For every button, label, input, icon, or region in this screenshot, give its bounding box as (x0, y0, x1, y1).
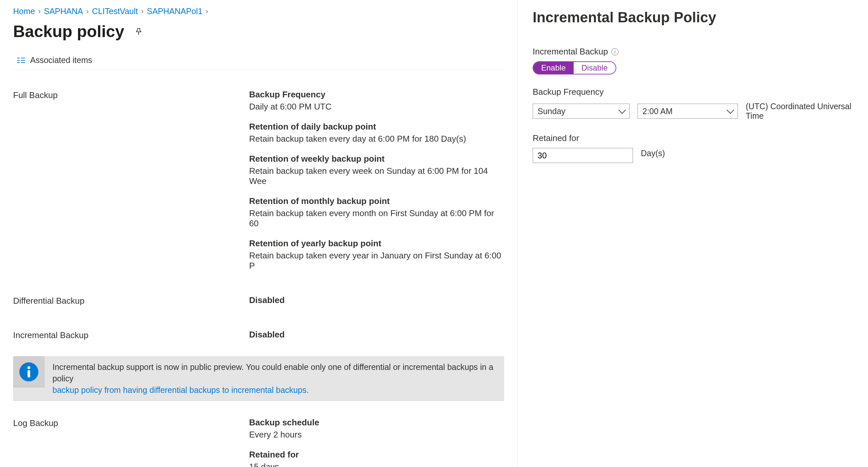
info-icon (13, 356, 44, 388)
retained-for-label: Retained for (533, 133, 579, 143)
main-pane: Home › SAPHANA › CLITestVault › SAPHANAP… (0, 0, 517, 467)
retained-days-input[interactable] (533, 148, 633, 163)
yearly-retention-value: Retain backup taken every year in Januar… (249, 251, 504, 271)
time-select[interactable]: 2:00 AM (638, 104, 738, 119)
freq-value: Daily at 6:00 PM UTC (249, 102, 504, 112)
enable-button[interactable]: Enable (533, 62, 574, 74)
backup-frequency-label: Backup Frequency (533, 87, 604, 97)
chevron-right-icon: › (141, 7, 144, 16)
breadcrumb: Home › SAPHANA › CLITestVault › SAPHANAP… (13, 6, 504, 16)
chevron-right-icon: › (206, 7, 208, 16)
daily-retention-value: Retain backup taken every day at 6:00 PM… (249, 134, 504, 144)
breadcrumb-vault[interactable]: CLITestVault (92, 6, 138, 16)
list-icon (17, 57, 26, 64)
breadcrumb-policy[interactable]: SAPHANAPol1 (147, 6, 203, 16)
monthly-retention-value: Retain backup taken every month on First… (249, 208, 504, 229)
freq-title: Backup Frequency (249, 90, 504, 100)
differential-value: Disabled (249, 295, 504, 305)
pin-icon (134, 27, 143, 36)
log-retain-title: Retained for (249, 449, 504, 460)
timezone-text: (UTC) Coordinated Universal Time (746, 102, 853, 121)
weekly-retention-title: Retention of weekly backup point (249, 154, 504, 164)
differential-label: Differential Backup (13, 295, 249, 315)
section-log-backup: Log Backup Backup schedule Every 2 hours… (13, 417, 504, 467)
enable-disable-toggle: Enable Disable (533, 61, 616, 75)
day-select-value: Sunday (537, 107, 565, 116)
day-select[interactable]: Sunday (533, 104, 630, 119)
yearly-retention-title: Retention of yearly backup point (249, 238, 504, 249)
side-pane-title: Incremental Backup Policy (533, 9, 853, 26)
field-backup-frequency: Backup Frequency Sunday 2:00 AM (UTC) Co… (533, 87, 853, 121)
days-suffix: Day(s) (641, 148, 665, 158)
info-icon[interactable]: i (611, 48, 619, 55)
info-text: Incremental backup support is now in pub… (53, 362, 493, 383)
chevron-right-icon: › (38, 7, 41, 16)
log-schedule-title: Backup schedule (249, 417, 504, 428)
breadcrumb-home[interactable]: Home (13, 6, 35, 16)
svg-point-8 (28, 366, 30, 369)
side-pane: Incremental Backup Policy Incremental Ba… (517, 0, 868, 467)
monthly-retention-title: Retention of monthly backup point (249, 196, 504, 206)
field-retained-for: Retained for Day(s) (533, 133, 853, 163)
log-retain-value: 15 days (249, 462, 504, 467)
title-row: Backup policy (13, 22, 504, 41)
breadcrumb-subscription[interactable]: SAPHANA (44, 6, 83, 16)
svg-rect-9 (28, 370, 30, 377)
chevron-right-icon: › (87, 7, 89, 16)
field-incremental-toggle: Incremental Backup i Enable Disable (533, 47, 853, 75)
associated-items-link[interactable]: Associated items (13, 51, 504, 70)
time-select-value: 2:00 AM (643, 107, 673, 116)
daily-retention-title: Retention of daily backup point (249, 122, 504, 132)
incremental-toggle-label: Incremental Backup (533, 47, 608, 57)
associated-items-label: Associated items (30, 55, 92, 65)
section-full-backup: Full Backup Backup Frequency Daily at 6:… (13, 90, 504, 281)
full-backup-values: Backup Frequency Daily at 6:00 PM UTC Re… (249, 90, 504, 281)
page-title: Backup policy (13, 22, 124, 41)
info-banner: Incremental backup support is now in pub… (13, 356, 504, 401)
section-incremental-backup: Incremental Backup Disabled (13, 329, 504, 350)
full-backup-label: Full Backup (13, 90, 249, 281)
weekly-retention-value: Retain backup taken every week on Sunday… (249, 166, 504, 186)
log-schedule-value: Every 2 hours (249, 430, 504, 440)
info-link[interactable]: backup policy from having differential b… (53, 385, 309, 395)
pin-button[interactable] (133, 26, 145, 37)
disable-button[interactable]: Disable (574, 62, 616, 74)
incremental-value: Disabled (249, 329, 504, 340)
section-differential-backup: Differential Backup Disabled (13, 295, 504, 315)
log-backup-label: Log Backup (13, 417, 249, 467)
info-message: Incremental backup support is now in pub… (44, 356, 504, 401)
incremental-label: Incremental Backup (13, 329, 249, 350)
